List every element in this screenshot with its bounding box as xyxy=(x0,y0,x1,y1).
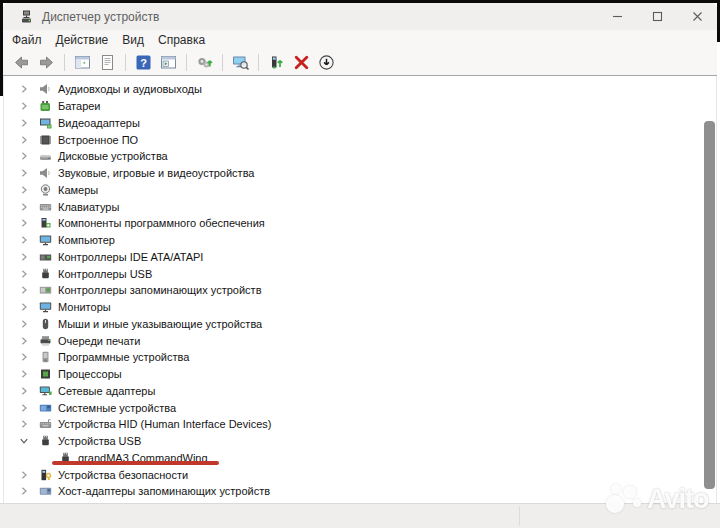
tree-item-firmware[interactable]: Встроенное ПО xyxy=(4,131,716,148)
menu-help[interactable]: Справка xyxy=(151,30,212,50)
tree-item-sound-devices[interactable]: Звуковые, игровые и видеоустройства xyxy=(4,165,716,182)
help-button[interactable]: ? xyxy=(134,53,153,72)
tree-item-label: Контроллеры USB xyxy=(58,268,152,280)
chevron-right-icon[interactable] xyxy=(18,234,30,246)
tree-item-label: Контроллеры запоминающих устройств xyxy=(58,284,261,296)
device-manager-window: Диспетчер устройств Файл Действие Вид Сп… xyxy=(0,0,720,528)
svg-text:?: ? xyxy=(140,57,147,69)
firmware-icon xyxy=(38,133,52,146)
chevron-right-icon[interactable] xyxy=(18,100,30,112)
chevron-right-icon[interactable] xyxy=(18,184,30,196)
minimize-button[interactable] xyxy=(597,3,637,30)
software-component-icon xyxy=(38,217,52,230)
tree-item-label: Видеоадаптеры xyxy=(58,117,140,129)
show-hide-console-tree-button[interactable] xyxy=(73,53,92,72)
tree-item-print-queues[interactable]: Очереди печати xyxy=(4,332,716,349)
avito-logo-icon xyxy=(604,480,646,518)
chevron-right-icon[interactable] xyxy=(18,402,30,414)
tree-item-monitors[interactable]: Мониторы xyxy=(4,299,716,316)
tree-item-ide-controllers[interactable]: Контроллеры IDE ATA/ATAPI xyxy=(4,249,716,266)
chevron-right-icon[interactable] xyxy=(18,301,30,313)
back-button[interactable] xyxy=(12,53,31,72)
help-icon: ? xyxy=(135,54,152,71)
sound-devices-icon xyxy=(38,167,52,180)
tree-item-processors[interactable]: Процессоры xyxy=(4,366,716,383)
tree-item-keyboards[interactable]: Клавиатуры xyxy=(4,198,716,215)
tree-item-audio-io[interactable]: Аудиовходы и аудиовыходы xyxy=(4,81,716,98)
update-driver-software-button[interactable] xyxy=(195,53,214,72)
hid-device-icon xyxy=(38,418,52,431)
menu-action[interactable]: Действие xyxy=(49,30,116,50)
chevron-right-icon[interactable] xyxy=(18,134,30,146)
tree-item-software-devices[interactable]: Программные устройства xyxy=(4,349,716,366)
gears-update-icon xyxy=(196,54,213,71)
update-driver-button[interactable] xyxy=(267,53,286,72)
chevron-right-icon[interactable] xyxy=(18,485,30,497)
chevron-right-icon[interactable] xyxy=(18,368,30,380)
tree-item-usb-devices[interactable]: Устройства USB xyxy=(4,433,716,450)
tree-item-label: Компоненты программного обеспечения xyxy=(58,217,265,229)
tree-item-batteries[interactable]: Батареи xyxy=(4,98,716,115)
tree-item-usb-controllers[interactable]: Контроллеры USB xyxy=(4,265,716,282)
usb-devices-icon xyxy=(38,435,52,448)
forward-button[interactable] xyxy=(37,53,56,72)
properties-button[interactable] xyxy=(98,53,117,72)
chevron-right-icon[interactable] xyxy=(18,201,30,213)
tree-item-cameras[interactable]: Камеры xyxy=(4,182,716,199)
status-bar-divider xyxy=(519,506,520,526)
chevron-right-icon[interactable] xyxy=(18,335,30,347)
update-driver-icon xyxy=(268,54,285,71)
forward-icon xyxy=(38,54,55,71)
tree-item-label: Хост-адаптеры запоминающих устройств xyxy=(58,485,270,497)
chevron-right-icon[interactable] xyxy=(18,418,30,430)
mouse-icon xyxy=(38,317,52,330)
disable-device-button[interactable] xyxy=(317,53,336,72)
toolbar-separator xyxy=(64,54,65,71)
tree-item-computer[interactable]: Компьютер xyxy=(4,232,716,249)
tree-item-hid-devices[interactable]: Устройства HID (Human Interface Devices) xyxy=(4,416,716,433)
show-action-pane-button[interactable] xyxy=(159,53,178,72)
tree-item-disk-drives[interactable]: Дисковые устройства xyxy=(4,148,716,165)
scan-for-hardware-changes-button[interactable] xyxy=(231,53,250,72)
tree-item-label: Батареи xyxy=(58,100,101,112)
maximize-button[interactable] xyxy=(637,3,677,30)
tree-item-display-adapters[interactable]: Видеоадаптеры xyxy=(4,115,716,132)
chevron-right-icon[interactable] xyxy=(18,351,30,363)
disk-drive-icon xyxy=(38,150,52,163)
scrollbar-thumb[interactable] xyxy=(704,121,715,489)
close-button[interactable] xyxy=(677,3,717,30)
chevron-right-icon[interactable] xyxy=(18,251,30,263)
tree-item-label: Очереди печати xyxy=(58,335,141,347)
menu-view[interactable]: Вид xyxy=(115,30,151,50)
tree-item-storage-controllers[interactable]: Контроллеры запоминающих устройств xyxy=(4,282,716,299)
tree-item-mice[interactable]: Мыши и иные указывающие устройства xyxy=(4,316,716,333)
toolbar: ? xyxy=(3,50,717,76)
chevron-right-icon[interactable] xyxy=(18,217,30,229)
scan-hardware-icon xyxy=(232,54,250,71)
tree-item-label: Дисковые устройства xyxy=(58,150,168,162)
properties-icon xyxy=(99,54,116,71)
chevron-right-icon[interactable] xyxy=(18,117,30,129)
device-tree-panel[interactable]: Аудиовходы и аудиовыходы Батареи Видеоад… xyxy=(3,76,717,504)
display-adapter-icon xyxy=(38,116,52,129)
tree-item-software-components[interactable]: Компоненты программного обеспечения xyxy=(4,215,716,232)
tree-item-network-adapters[interactable]: Сетевые адаптеры xyxy=(4,383,716,400)
storage-controller-icon xyxy=(38,284,52,297)
chevron-right-icon[interactable] xyxy=(18,83,30,95)
camera-icon xyxy=(38,183,52,196)
chevron-down-icon[interactable] xyxy=(18,435,30,447)
chevron-right-icon[interactable] xyxy=(18,318,30,330)
menu-file[interactable]: Файл xyxy=(5,30,49,50)
chevron-right-icon[interactable] xyxy=(18,268,30,280)
uninstall-device-button[interactable] xyxy=(292,53,311,72)
window-title: Диспетчер устройств xyxy=(42,10,159,24)
chevron-right-icon[interactable] xyxy=(18,385,30,397)
tree-item-label: Аудиовходы и аудиовыходы xyxy=(58,83,202,95)
tree-item-system-devices[interactable]: Системные устройства xyxy=(4,399,716,416)
chevron-right-icon[interactable] xyxy=(18,284,30,296)
chevron-right-icon[interactable] xyxy=(18,469,30,481)
chevron-right-icon[interactable] xyxy=(18,167,30,179)
chevron-right-icon[interactable] xyxy=(18,150,30,162)
ide-controller-icon xyxy=(38,250,52,263)
title-bar: Диспетчер устройств xyxy=(3,3,717,30)
